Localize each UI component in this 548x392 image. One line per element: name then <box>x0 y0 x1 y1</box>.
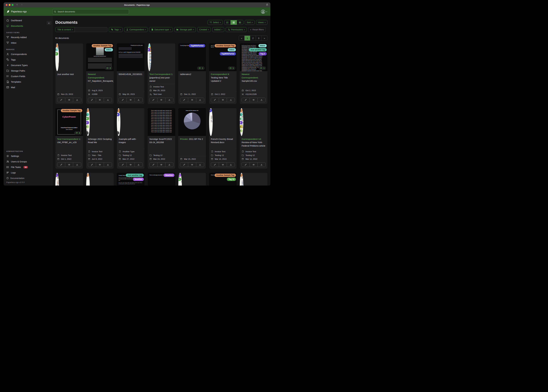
document-card[interactable]: AdobeInDesign Scripting DocumentationAno… <box>86 108 114 169</box>
edit-button[interactable] <box>119 98 127 102</box>
edit-button[interactable] <box>180 162 188 167</box>
document-card[interactable]: Patient BP Distribution 2011Private: 201… <box>178 108 206 169</box>
tag-pill[interactable]: Tag 2 <box>55 174 58 177</box>
close-window-button[interactable] <box>6 4 7 6</box>
pagination-page-3[interactable]: 3 <box>256 36 262 41</box>
select-button[interactable]: Select▾ <box>208 20 223 25</box>
sort-button[interactable]: Sort▾ <box>245 20 255 25</box>
title-content-input[interactable] <box>75 27 107 32</box>
sidebar-item-logs[interactable]: Logs <box>4 170 52 175</box>
sidebar-collapse-button[interactable]: « <box>47 21 51 25</box>
download-button[interactable] <box>258 98 266 102</box>
edit-button[interactable] <box>211 98 219 102</box>
document-thumbnail[interactable]: The SATPractice Test #1Make time to take… <box>178 173 182 186</box>
sidebar-item-mail[interactable]: Mail <box>4 84 52 90</box>
edit-button[interactable] <box>57 98 65 102</box>
document-card[interactable]: Review of Arbitral Awards Shows Swift Re… <box>240 108 267 169</box>
app-brand[interactable]: Paperless-ngx <box>4 10 52 13</box>
document-thumbnail[interactable]: Serial Number,Company Name,Employ…978818… <box>240 43 267 71</box>
tag-pill[interactable]: Tag 12 <box>227 178 236 181</box>
download-button[interactable] <box>166 162 173 167</box>
pagination-prev[interactable]: « <box>239 36 245 41</box>
tag-pill[interactable]: Tag 222 <box>240 125 243 128</box>
tag-pill[interactable]: TagWithPartial <box>209 109 212 112</box>
edit-button[interactable] <box>242 162 250 167</box>
added-filter-button[interactable]: Added▾ <box>212 27 224 32</box>
sidebar-item-correspondents[interactable]: Correspondents <box>4 51 52 57</box>
tag-pill[interactable]: Tag 2 <box>86 121 89 124</box>
tag-pill[interactable]: Another Sample Tag <box>86 174 89 177</box>
document-thumbnail[interactable]: Patient BP Distribution 2011 <box>178 108 206 136</box>
preview-button[interactable] <box>158 162 166 167</box>
tag-pill[interactable]: Tag 3 <box>240 129 243 132</box>
preview-button[interactable] <box>219 162 227 167</box>
tag-pill[interactable]: Just another tag <box>126 174 144 177</box>
document-thumbnail[interactable]: Lorem ipsumLorem ipsum dolor sit amet, c… <box>55 173 59 186</box>
pagination-next[interactable]: » <box>262 36 267 41</box>
edit-button[interactable] <box>150 98 158 102</box>
document-card[interactable]: French Country BreadFor the LeavenTagWit… <box>209 108 237 169</box>
tag-pill[interactable]: Tag 2 <box>259 52 267 56</box>
download-button[interactable] <box>258 162 266 167</box>
document-title[interactable]: Private: 2011 BP Pie 2 <box>178 136 206 156</box>
user-menu[interactable]: ▾ <box>261 9 267 14</box>
storage-path-filter-button[interactable]: Storage path▾ <box>174 27 196 32</box>
tag-pill[interactable]: Tag 12 <box>178 178 181 181</box>
document-card[interactable]: MEDICAL TEACHERMedical TeacherHas the ne… <box>148 43 175 104</box>
tag-pill[interactable]: Inbox <box>259 44 267 47</box>
document-thumbnail[interactable]: Contact Sheet DemoGiven a set of image f… <box>117 173 144 186</box>
detail-view-button[interactable] <box>237 20 243 25</box>
document-title[interactable]: Correspondent 9: Testing New Title Updat… <box>209 71 237 91</box>
tag-pill[interactable]: Just another tag <box>249 48 267 51</box>
pagination-page-2[interactable]: 2 <box>250 36 256 41</box>
document-title[interactable]: Newest Correspondent: H7_Napoleon_Bonapa… <box>86 71 114 88</box>
preview-button[interactable] <box>96 98 104 102</box>
download-button[interactable] <box>104 98 112 102</box>
document-title[interactable]: Correspondent 14: Review-of-New-York-Fed… <box>240 136 267 149</box>
reset-filters-button[interactable]: ×Reset filters <box>248 27 266 32</box>
zoom-window-button[interactable] <box>12 4 14 6</box>
download-button[interactable] <box>227 162 235 167</box>
tag-pill[interactable]: Inbox <box>228 48 236 51</box>
sidebar-item-inbox[interactable]: Inbox <box>4 40 52 46</box>
tag-pill[interactable]: Tag 12 <box>55 52 58 56</box>
document-type-filter-button[interactable]: Document type▾ <box>149 27 173 32</box>
created-filter-button[interactable]: Created▾ <box>197 27 211 32</box>
document-title[interactable]: Newest Correspondent: Sample100.csv <box>240 71 267 88</box>
download-button[interactable] <box>227 98 235 102</box>
sidebar-item-file-tasks[interactable]: File Tasks16 <box>4 164 52 170</box>
document-card[interactable]: ✳ BANK OF SCOTLAND2,0 % p. a. auf Ihr Ta… <box>117 43 144 104</box>
edit-button[interactable] <box>88 98 96 102</box>
tag-pill[interactable]: Another Sample Tag <box>117 109 120 112</box>
sidebar-item-users-groups[interactable]: Users & Groups <box>4 159 52 164</box>
document-card[interactable]: This is a test…Another Sample TagTag 12 <box>209 173 237 186</box>
preview-button[interactable] <box>188 162 196 167</box>
download-button[interactable] <box>73 162 81 167</box>
document-thumbnail[interactable]: one,1.0five,5.0Another Sample TagInboxTa… <box>209 43 237 71</box>
search-input[interactable] <box>52 9 129 14</box>
tag-pill[interactable]: Tag 2 <box>148 48 151 51</box>
download-button[interactable] <box>166 98 173 102</box>
document-card[interactable]: This is a test for the double space char… <box>148 108 175 169</box>
pagination-page-1[interactable]: 1 <box>245 36 250 41</box>
tag-pill[interactable]: Inbox <box>148 44 151 47</box>
back-icon[interactable] <box>16 4 18 6</box>
preview-button[interactable] <box>127 98 135 102</box>
edit-button[interactable] <box>242 98 250 102</box>
preview-button[interactable] <box>250 98 258 102</box>
document-card[interactable]: This is a multi page document. Page 1.Ne… <box>148 173 175 186</box>
document-thumbnail[interactable]: MEDICAL TEACHERMedical TeacherHas the ne… <box>148 43 151 71</box>
tag-pill[interactable]: Another Sample Tag <box>92 44 113 47</box>
edit-button[interactable] <box>180 98 188 102</box>
document-thumbnail[interactable]: Review of Arbitral Awards Shows Swift Re… <box>240 108 243 136</box>
tag-pill[interactable]: Another Sample Tag <box>61 109 82 112</box>
document-thumbnail[interactable]: This is a test…Another Sample TagTag 12 <box>209 173 237 186</box>
document-title[interactable]: Test Correspondent 1: UM_PPBE_en_v29 <box>55 136 83 153</box>
sidebar-item-storage-paths[interactable]: Storage Paths <box>4 68 52 73</box>
document-title[interactable]: Just another test <box>55 71 83 91</box>
tag-pill[interactable]: Another Sample Tag <box>240 109 243 112</box>
list-view-button[interactable] <box>224 20 231 25</box>
download-button[interactable] <box>73 98 81 102</box>
tags-filter-button[interactable]: Tags▾ <box>109 27 123 32</box>
tag-pill[interactable]: Inbox <box>55 48 58 51</box>
